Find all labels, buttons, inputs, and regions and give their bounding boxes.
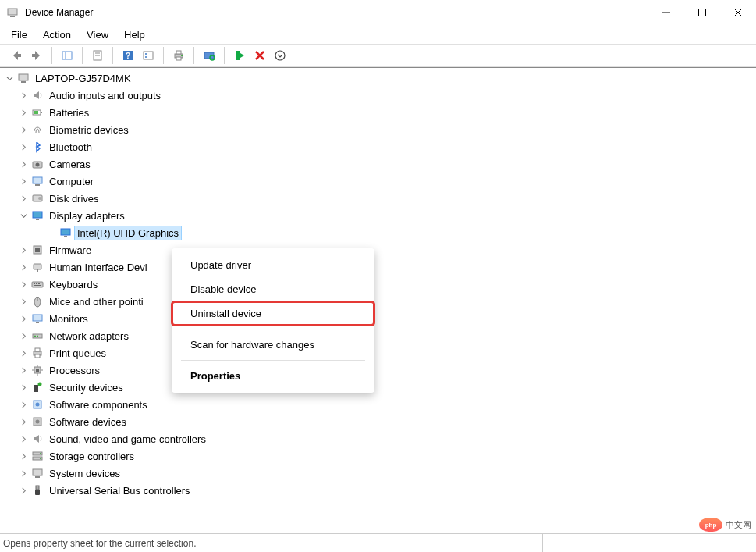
- tree-category[interactable]: Biometric devices: [0, 121, 756, 138]
- back-button[interactable]: [7, 46, 26, 65]
- forward-button[interactable]: [27, 46, 46, 65]
- tree-category[interactable]: Mice and other pointi: [0, 293, 756, 310]
- expander-icon[interactable]: [17, 123, 30, 136]
- expander-icon[interactable]: [17, 158, 30, 170]
- tree-category[interactable]: Firmware: [0, 241, 756, 258]
- expander-icon[interactable]: [17, 347, 30, 359]
- tree-category[interactable]: Audio inputs and outputs: [0, 87, 756, 104]
- category-label[interactable]: Security devices: [47, 381, 126, 394]
- expander-icon[interactable]: [17, 141, 30, 153]
- expander-icon[interactable]: [17, 364, 30, 376]
- category-label[interactable]: Mice and other pointi: [47, 295, 146, 308]
- category-label[interactable]: Universal Serial Bus controllers: [47, 484, 193, 497]
- svg-rect-36: [36, 219, 39, 220]
- category-label[interactable]: Disk drives: [47, 192, 101, 205]
- expander-icon[interactable]: [17, 381, 30, 394]
- category-label[interactable]: Firmware: [47, 244, 94, 257]
- tree-category[interactable]: Disk drives: [0, 190, 756, 207]
- maximize-button[interactable]: [684, 0, 720, 25]
- category-label[interactable]: Software devices: [47, 415, 129, 429]
- category-label[interactable]: Print queues: [47, 347, 108, 360]
- expander-icon[interactable]: [17, 192, 30, 205]
- tree-category[interactable]: Network adapters: [0, 327, 756, 344]
- tree-category[interactable]: System devices: [0, 465, 756, 482]
- expander-icon[interactable]: [17, 278, 30, 290]
- expander-icon[interactable]: [17, 398, 30, 411]
- category-label[interactable]: Cameras: [47, 158, 93, 171]
- print-button[interactable]: [169, 46, 188, 65]
- tree-category[interactable]: Print queues: [0, 344, 756, 361]
- category-label[interactable]: Batteries: [47, 106, 91, 119]
- help-button[interactable]: ?: [119, 46, 137, 65]
- tree-category[interactable]: Universal Serial Bus controllers: [0, 482, 756, 499]
- tree-category[interactable]: Software devices: [0, 413, 756, 430]
- tree-category[interactable]: Display adapters: [0, 207, 756, 224]
- category-label[interactable]: System devices: [47, 467, 122, 480]
- expander-icon[interactable]: [17, 484, 30, 497]
- category-label[interactable]: Sound, video and game controllers: [47, 433, 208, 446]
- cm-properties[interactable]: Properties: [172, 364, 374, 388]
- expander-icon[interactable]: [17, 329, 30, 342]
- cm-uninstall-device[interactable]: Uninstall device: [172, 301, 374, 326]
- tree-category[interactable]: Bluetooth: [0, 138, 756, 155]
- category-label[interactable]: Keyboards: [47, 278, 100, 291]
- minimize-button[interactable]: [648, 0, 684, 25]
- action-button[interactable]: [139, 46, 158, 65]
- disable-button[interactable]: [250, 46, 269, 65]
- expander-icon[interactable]: [17, 106, 30, 119]
- device-label[interactable]: Intel(R) UHD Graphics: [75, 226, 181, 240]
- uninstall-button[interactable]: [271, 46, 289, 65]
- category-label[interactable]: Bluetooth: [47, 141, 94, 154]
- close-button[interactable]: [720, 0, 756, 25]
- category-label[interactable]: Biometric devices: [47, 123, 131, 137]
- tree-category[interactable]: Monitors: [0, 310, 756, 327]
- device-tree[interactable]: LAPTOP-GJ57D4MK Audio inputs and outputs…: [0, 67, 756, 533]
- category-label[interactable]: Storage controllers: [47, 450, 137, 463]
- menu-view[interactable]: View: [79, 27, 116, 42]
- category-label[interactable]: Monitors: [47, 312, 91, 326]
- expander-icon[interactable]: [17, 244, 30, 256]
- category-label[interactable]: Computer: [47, 175, 96, 188]
- expander-icon[interactable]: [17, 175, 30, 187]
- tree-root[interactable]: LAPTOP-GJ57D4MK: [0, 69, 756, 87]
- expander-icon[interactable]: [17, 209, 30, 222]
- tree-category[interactable]: Sound, video and game controllers: [0, 430, 756, 447]
- category-label[interactable]: Software components: [47, 398, 150, 411]
- menu-action[interactable]: Action: [35, 27, 79, 42]
- tree-category[interactable]: Computer: [0, 173, 756, 190]
- expander-icon[interactable]: [17, 450, 30, 462]
- cm-disable-device[interactable]: Disable device: [172, 277, 374, 301]
- tree-category[interactable]: Human Interface Devi: [0, 258, 756, 276]
- expander-icon[interactable]: [17, 89, 30, 101]
- tree-category[interactable]: Software components: [0, 396, 756, 413]
- category-label[interactable]: Processors: [47, 364, 102, 377]
- properties-button[interactable]: [88, 46, 107, 65]
- tree-category[interactable]: Cameras: [0, 155, 756, 173]
- expander-icon[interactable]: [17, 415, 30, 428]
- tree-category[interactable]: Security devices: [0, 379, 756, 396]
- expander-icon[interactable]: [17, 467, 30, 479]
- enable-button[interactable]: [230, 46, 249, 65]
- tree-device[interactable]: Intel(R) UHD Graphics: [0, 224, 756, 241]
- cm-scan-hardware[interactable]: Scan for hardware changes: [172, 333, 374, 357]
- tree-category[interactable]: Keyboards: [0, 276, 756, 293]
- tree-category[interactable]: Batteries: [0, 104, 756, 121]
- svg-point-53: [37, 336, 38, 337]
- expander-icon[interactable]: [3, 72, 16, 84]
- expander-icon[interactable]: [17, 295, 30, 308]
- tree-category[interactable]: Processors: [0, 361, 756, 379]
- menu-help[interactable]: Help: [116, 27, 153, 42]
- expander-icon[interactable]: [17, 433, 30, 445]
- expander-icon[interactable]: [17, 312, 30, 325]
- menu-file[interactable]: File: [3, 27, 35, 42]
- cm-update-driver[interactable]: Update driver: [172, 253, 374, 277]
- scan-hardware-button[interactable]: [200, 46, 218, 65]
- expander-icon[interactable]: [17, 261, 30, 273]
- show-hide-tree-button[interactable]: [58, 46, 76, 65]
- root-label[interactable]: LAPTOP-GJ57D4MK: [33, 72, 133, 85]
- tree-category[interactable]: Storage controllers: [0, 447, 756, 465]
- category-label[interactable]: Display adapters: [47, 209, 127, 223]
- category-label[interactable]: Network adapters: [47, 329, 131, 343]
- category-label[interactable]: Audio inputs and outputs: [47, 89, 163, 102]
- category-label[interactable]: Human Interface Devi: [47, 261, 150, 274]
